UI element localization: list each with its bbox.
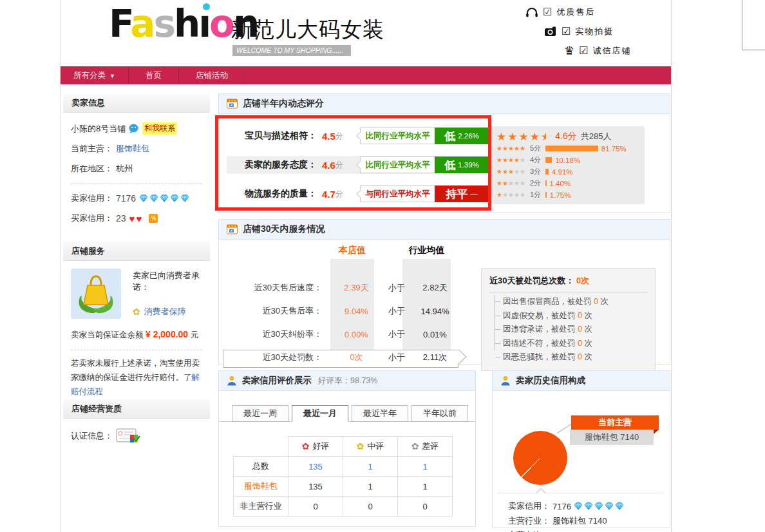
diamond-icon: [615, 502, 624, 510]
tab-last-week[interactable]: 最近一周: [232, 405, 288, 422]
divider: [71, 350, 202, 350]
compare-text: 与同行业平均水平: [361, 189, 435, 200]
rating-unit: 分: [335, 131, 343, 142]
half-star-icon: ★★: [541, 131, 551, 142]
row-label: 3分: [530, 167, 545, 176]
tab-older[interactable]: 半年以前: [411, 405, 468, 422]
count-value: 0: [288, 497, 343, 517]
count-value: 0: [343, 497, 398, 517]
badge-quality-service: ☑ 优质售后: [525, 6, 595, 18]
headset-icon: [525, 7, 538, 18]
diamond-icon: [594, 502, 603, 510]
checkbox-icon: ☑: [579, 46, 588, 56]
shop-value: 0次: [330, 352, 382, 363]
qualification-section: 店铺经营资质 认证信息：: [63, 399, 210, 450]
tab-last-half-year[interactable]: 最近半年: [352, 405, 408, 422]
compare-badge: 低: [444, 129, 455, 144]
panel-title: 店铺30天内服务情况: [243, 223, 325, 235]
panel-title: 店铺半年内动态评分: [243, 98, 324, 109]
star-distribution-row: ★★★★★1分1.75%: [496, 189, 639, 200]
compare-text: 比同行业平均水平: [361, 131, 435, 142]
star-icon: ★: [507, 131, 517, 142]
compare-word: 小于: [382, 328, 411, 340]
row-stars: ★★★★★: [496, 192, 530, 198]
main-industry-label: 主营行业：: [508, 515, 550, 527]
seller-credit-value: 7176: [552, 502, 571, 511]
penalty-total: 0次: [576, 276, 589, 285]
diamond-icon: [139, 195, 148, 202]
review-table-row: 非主营行业000: [234, 497, 453, 517]
nav-home[interactable]: 首页: [129, 66, 179, 84]
compare-percent: 2.26%: [458, 132, 479, 140]
panel-title: 卖家信用评价展示: [242, 375, 312, 386]
region-value: 杭州: [116, 163, 133, 175]
main-share-label: 主营占比：: [508, 529, 550, 532]
row-percent: 10.18%: [555, 157, 580, 164]
nav-shop-activity[interactable]: 店铺活动: [179, 66, 245, 84]
deposit-label: 卖家当前保证金余额: [71, 330, 144, 339]
service-label: 近30天纠纷率：: [219, 328, 322, 340]
cert-id-icon[interactable]: [116, 428, 140, 444]
rating-score: 4.7: [322, 189, 335, 200]
diamond-icons: [574, 502, 624, 510]
row-bar: [545, 169, 549, 175]
wangwang-icon[interactable]: [129, 124, 139, 133]
row-stars: ★★★★★: [496, 169, 530, 175]
count-link[interactable]: 1: [398, 457, 453, 477]
compare-badge: 低: [444, 158, 455, 173]
contact-me-button[interactable]: 和我联系: [142, 122, 177, 135]
penalty-box: 近30天被处罚总次数： 0次 因出售假冒商品，被处罚 0 次因虚假交易，被处罚 …: [481, 268, 656, 371]
rating-unit: 分: [335, 189, 343, 200]
main-category-link[interactable]: 服饰鞋包: [116, 143, 149, 155]
column-header: ✿差评: [398, 437, 453, 457]
logo-letter-i: ı: [198, 2, 209, 46]
shop-rating-page: Fashıon 新范儿大码女装 WELCOME TO MY SHOPPING..…: [60, 0, 672, 532]
good-rate-value: 98.73%: [350, 376, 377, 385]
rating-count: 共285人: [581, 131, 612, 142]
diamond-icon: [180, 195, 189, 202]
service-30d-panel: 店铺30天内服务情况 本店值 行业均值 近30天售后速度：2.39天小于2.82…: [218, 219, 670, 365]
diamond-icon: [170, 195, 179, 202]
divider: [489, 292, 648, 292]
consumer-guarantee-link[interactable]: 消费者保障: [144, 306, 186, 318]
penalty-item: 因出售假冒商品，被处罚 0 次: [495, 295, 648, 309]
penalty-item: 因描述不符，被处罚 0 次: [495, 337, 648, 351]
review-table-row: 服饰鞋包13511: [234, 477, 453, 497]
row-percent: 1.40%: [550, 180, 571, 187]
compare-word: 小于: [382, 305, 411, 317]
shop-header: Fashıon 新范儿大码女装 WELCOME TO MY SHOPPING..…: [61, 0, 671, 66]
column-header: ✿中评: [343, 437, 398, 457]
shop-name: 小陈的8号当铺: [71, 123, 126, 135]
heart-icon: ♥: [129, 214, 135, 223]
compare-badge: 持平: [446, 187, 468, 202]
divider: [71, 184, 202, 184]
industry-value: 0.01%: [411, 330, 459, 339]
main-nav: 所有分类▼ 首页 店铺活动: [61, 66, 671, 84]
panel-title: 卖家历史信用构成: [516, 375, 585, 386]
count-link[interactable]: 1: [343, 457, 398, 477]
region-label: 所在地区：: [71, 163, 113, 175]
tab-last-month[interactable]: 最近一月: [292, 405, 348, 422]
shop-service-title: 店铺服务: [63, 242, 210, 261]
overall-score: 4.6分: [555, 131, 576, 142]
industry-value: 2.11次: [411, 352, 459, 363]
flower-gray-icon: ✿: [411, 442, 419, 451]
rating-label: 宝贝与描述相符：: [227, 130, 317, 142]
main-category-label: 当前主营：: [71, 143, 113, 155]
industry-value: 2.82天: [411, 282, 459, 294]
count-link[interactable]: 135: [288, 457, 343, 477]
logo-letter: o: [209, 2, 233, 46]
nav-all-categories[interactable]: 所有分类▼: [61, 66, 129, 84]
column-header: ✿好评: [288, 437, 343, 457]
shop-name-cn: 新范儿大码女装: [231, 15, 384, 44]
good-rate-label: 好评率：: [318, 376, 350, 385]
review-table-row: 总数13511: [234, 457, 453, 477]
compare-percent: 1.39%: [458, 161, 479, 169]
compare-word: 小于: [382, 282, 411, 294]
logo-letter: h: [174, 2, 198, 46]
shop-value: 2.39天: [330, 282, 382, 294]
time-range-tabs: 最近一周 最近一月 最近半年 半年以前: [232, 405, 468, 422]
compare-bubble: 比同行业平均水平 低2.26%: [360, 128, 489, 144]
seller-credit-label: 卖家信用：: [508, 500, 550, 512]
crown-icon: ♛: [564, 45, 574, 57]
